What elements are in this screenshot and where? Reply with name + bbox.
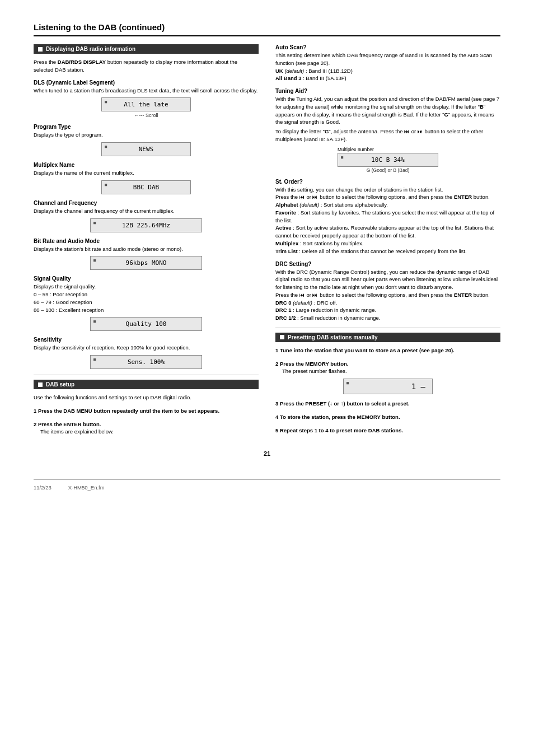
preset-display: ■ ﻿1 ‒ [343,379,433,394]
signal-quality-body2: 0 – 59 : Poor reception [34,291,259,298]
tuning-aid-title: Tuning Aid? [275,88,500,94]
st-order-body1: With this setting, you can change the or… [275,186,500,194]
dab-step1: 1 Press the DAB MENU button repeatedly u… [34,407,259,415]
preset-display-text: 1 ‒ [411,382,425,391]
section-display-intro: Press the DAB/RDS DISPLAY button repeate… [34,58,259,74]
dab-setup-intro-text: Use the following functions and settings… [34,394,259,402]
multiplex-name-display-text: BBC DAB [133,184,159,191]
signal-quality-display-text: Quality 100 [126,320,167,328]
multiplex-label: Multiplex number [338,147,438,152]
preset-step1: 1 Tune into the station that you want to… [275,347,500,354]
signal-quality-title: Signal Quality [34,276,259,282]
st-order-section: St. Order? With this setting, you can ch… [275,179,500,255]
channel-freq-display: ■ 12B 225.64MHz [90,218,202,232]
two-column-layout: Displaying DAB radio information Press t… [34,44,500,441]
page-header: Listening to the DAB (continued) [34,22,500,36]
program-type-display-text: NEWS [139,146,154,153]
drc-body1: With the DRC (Dynamic Range Control) set… [275,268,500,291]
drc-1-line: DRC 1 : Large reduction in dynamic range… [275,306,500,314]
st-order-favorite-line: Favorite : Sort stations by favorites. T… [275,209,500,225]
program-type-body: Displays the type of program. [34,131,259,139]
auto-scan-uk-italic: (default) [284,68,304,74]
st-order-title: St. Order? [275,179,500,185]
auto-scan-all-rest: : Band III (5A.13F) [303,75,346,81]
divider1 [34,375,259,375]
drc-title: DRC Setting? [275,261,500,267]
footer: 11/2/23 X-HM50_En.fm [34,479,500,491]
right-column: Auto Scan? This setting determines which… [275,44,500,441]
section-display-label: Displaying DAB radio information [46,46,135,52]
drc-half-line: DRC 1/2 : Small reduction in dynamic ran… [275,314,500,322]
multiplex-box: ■ 10C B 34% [338,153,438,167]
auto-scan-uk: UK [275,68,283,74]
signal-quality-section: Signal Quality Displays the signal quali… [34,276,259,331]
bit-rate-display-text: 96kbps MONO [126,259,167,267]
st-order-alphabet: Alphabet [275,202,298,208]
display-intro-text: Press the DAB/RDS DISPLAY button repeate… [34,58,259,74]
st-order-multiplex-line: Multiplex : Sort stations by multiplex. [275,240,500,248]
dls-body: When tuned to a station that's broadcast… [34,87,259,95]
auto-scan-section: Auto Scan? This setting determines which… [275,44,500,82]
multiplex-display-text: 10C B 34% [371,156,405,164]
scroll-label: ←--- Scroll [34,113,259,118]
dab-step2-text: 2 Press the ENTER button. [34,421,259,428]
bit-rate-display: ■ 96kbps MONO [90,256,202,270]
sensitivity-title: Sensitivity [34,337,259,343]
signal-quality-body4: 80 – 100 : Excellent reception [34,306,259,314]
auto-scan-title: Auto Scan? [275,44,500,50]
section-dab-setup-label: DAB setup [46,381,74,388]
preset-step2: 2 Press the MEMORY button. The preset nu… [275,360,500,395]
section-icon3 [280,335,284,339]
dab-step2: 2 Press the ENTER button. The items are … [34,421,259,436]
bit-rate-body: Displays the station's bit rate and audi… [34,245,259,253]
auto-scan-uk-line: UK (default) : Band III (11B.12D) [275,67,500,75]
dls-display-text: All the late [124,101,168,108]
channel-freq-body: Displays the channel and frequency of th… [34,207,259,215]
dls-title: DLS (Dynamic Label Segment) [34,80,259,86]
auto-scan-uk-rest: : Band III (11B.12D) [306,68,353,74]
section-icon [38,47,43,52]
page-title: Listening to the DAB (continued) [34,22,165,32]
dab-step2-sub: The items are explained below. [40,428,259,436]
footer-file: X-HM50_En.fm [68,484,105,491]
page-number: 21 [34,450,500,457]
footer-date: 11/2/23 [34,484,51,491]
auto-scan-all-line: All Band 3 : Band III (5A.13F) [275,74,500,82]
page-container: Listening to the DAB (continued) Display… [34,22,500,491]
preset-step5: 5 Repeat steps 1 to 4 to preset more DAB… [275,427,500,435]
preset-step1-text: 1 Tune into the station that you want to… [275,347,500,354]
channel-freq-section: Channel and Frequency Displays the chann… [34,200,259,232]
divider2 [275,328,500,328]
multiplex-name-section: Multiplex Name Displays the name of the … [34,162,259,194]
preset-step3: 3 Press the PRESET (↓ or ↑) button to se… [275,400,500,408]
sensitivity-display: ■ Sens. 100% [90,355,202,369]
st-order-active-line: Active : Sort by active stations. Receiv… [275,224,500,240]
section-dab-setup-header: DAB setup [34,380,259,389]
drc-body2: Press the ⏮ or ⏭ button to select the fo… [275,291,500,299]
auto-scan-all: All Band 3 [275,75,301,81]
dls-section: DLS (Dynamic Label Segment) When tuned t… [34,80,259,119]
bit-rate-title: Bit Rate and Audio Mode [34,238,259,244]
dab-step1-text: 1 Press the DAB MENU button repeatedly u… [34,407,259,415]
program-type-display: ■ NEWS [101,142,191,156]
preset-step2-text: 2 Press the MEMORY button. [275,360,500,368]
program-type-title: Program Type [34,124,259,130]
preset-step3-text: 3 Press the PRESET (↓ or ↑) button to se… [275,400,500,408]
preset-step4-text: 4 To store the station, press the MEMORY… [275,413,500,421]
signal-quality-display: ■ Quality 100 [90,317,202,331]
channel-freq-display-text: 12B 225.64MHz [122,222,170,229]
left-column: Displaying DAB radio information Press t… [34,44,259,441]
multiplex-diagram: Multiplex number ■ 10C B 34% G (Good) or… [338,147,438,173]
tuning-aid-body1: With the Tuning Aid, you can adjust the … [275,95,500,126]
channel-freq-title: Channel and Frequency [34,200,259,206]
auto-scan-body1: This setting determines which DAB freque… [275,52,500,67]
st-order-alphabet-line: Alphabet (default) : Sort stations alpha… [275,201,500,209]
sensitivity-display-text: Sens. 100% [128,358,165,366]
section-preset-label: Presetting DAB stations manually [288,334,378,340]
multiplex-name-display: ■ BBC DAB [101,180,191,194]
sensitivity-section: Sensitivity Display the sensitivity of r… [34,337,259,369]
multiplex-name-title: Multiplex Name [34,162,259,168]
tuning-aid-body2: To display the letter "G", adjust the an… [275,128,500,143]
bit-rate-section: Bit Rate and Audio Mode Displays the sta… [34,238,259,270]
preset-step2-sub: The preset number flashes. [282,367,500,375]
